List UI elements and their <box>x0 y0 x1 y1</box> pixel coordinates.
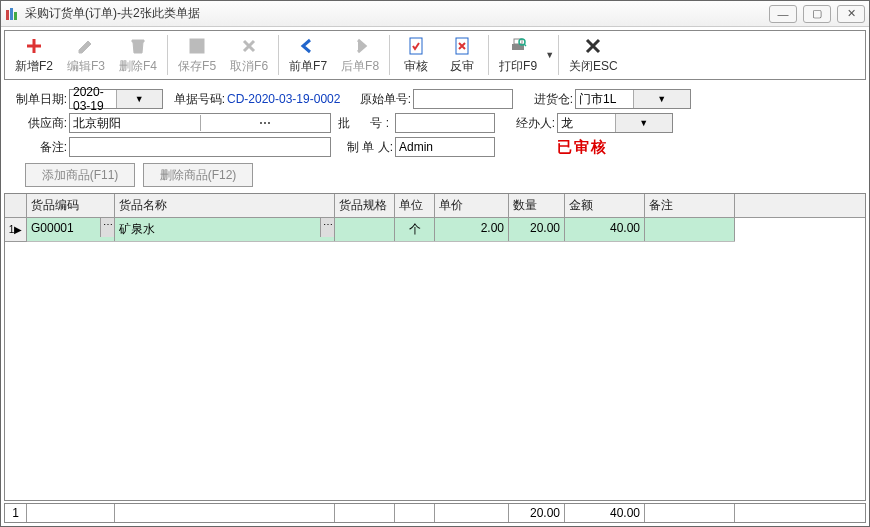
wh-field[interactable]: 门市1L▼ <box>575 89 691 109</box>
footer-idx: 1 <box>5 504 27 522</box>
orig-label: 原始单号: <box>351 91 411 108</box>
maker-label: 制 单 人: <box>333 139 393 156</box>
arrow-left-icon <box>298 36 318 56</box>
save-icon <box>187 36 207 56</box>
delete-product-button[interactable]: 删除商品(F12) <box>143 163 253 187</box>
col-spec[interactable]: 货品规格 <box>335 194 395 217</box>
print-button[interactable]: 打印F9 <box>493 33 543 77</box>
svg-rect-4 <box>193 40 201 45</box>
orig-input[interactable] <box>413 89 513 109</box>
cell-name[interactable]: 矿泉水⋯ <box>115 218 335 241</box>
save-button[interactable]: 保存F5 <box>172 33 222 77</box>
edit-button[interactable]: 编辑F3 <box>61 33 111 77</box>
minimize-button[interactable]: — <box>769 5 797 23</box>
footer-qty: 20.00 <box>509 504 565 522</box>
grid: 货品编码 货品名称 货品规格 单位 单价 数量 金额 备注 1▶ G00001⋯… <box>4 193 866 501</box>
col-unit[interactable]: 单位 <box>395 194 435 217</box>
col-code[interactable]: 货品编码 <box>27 194 115 217</box>
toolbar: 新增F2 编辑F3 删除F4 保存F5 取消F6 前单F7 后单F8 <box>4 30 866 80</box>
add-product-button[interactable]: 添加商品(F11) <box>25 163 135 187</box>
new-button[interactable]: 新增F2 <box>9 33 59 77</box>
audit-button[interactable]: 审核 <box>394 33 438 77</box>
cancel-button[interactable]: 取消F6 <box>224 33 274 77</box>
close-button[interactable]: 关闭ESC <box>563 33 624 77</box>
handler-field[interactable]: 龙▼ <box>557 113 673 133</box>
col-price[interactable]: 单价 <box>435 194 509 217</box>
grid-footer: 1 20.00 40.00 <box>4 503 866 523</box>
col-qty[interactable]: 数量 <box>509 194 565 217</box>
date-field[interactable]: 2020-03-19▼ <box>69 89 163 109</box>
col-amt[interactable]: 金额 <box>565 194 645 217</box>
delete-button[interactable]: 删除F4 <box>113 33 163 77</box>
cell-spec[interactable] <box>335 218 395 241</box>
svg-rect-2 <box>14 12 17 20</box>
titlebar: 采购订货单(订单)-共2张此类单据 — ▢ ✕ <box>1 1 869 27</box>
maker-input <box>395 137 495 157</box>
remark-input[interactable] <box>69 137 331 157</box>
cell-unit[interactable]: 个 <box>395 218 435 241</box>
close-icon <box>583 36 603 56</box>
pencil-icon <box>76 36 96 56</box>
cell-price[interactable]: 2.00 <box>435 218 509 241</box>
batch-input[interactable] <box>395 113 495 133</box>
cell-remark[interactable] <box>645 218 735 241</box>
supplier-field[interactable]: 北京朝阳⋯ <box>69 113 331 133</box>
cancel-icon <box>239 36 259 56</box>
date-label: 制单日期: <box>11 91 67 108</box>
close-window-button[interactable]: ✕ <box>837 5 865 23</box>
remark-label: 备注: <box>11 139 67 156</box>
batch-label: 批 号: <box>333 115 393 132</box>
supplier-label: 供应商: <box>11 115 67 132</box>
handler-label: 经办人: <box>505 115 555 132</box>
window-title: 采购订货单(订单)-共2张此类单据 <box>25 5 769 22</box>
billno-value: CD-2020-03-19-0002 <box>227 92 349 106</box>
app-icon <box>5 6 21 22</box>
print-dropdown-arrow[interactable]: ▼ <box>545 50 554 60</box>
form-area: 制单日期: 2020-03-19▼ 单据号码: CD-2020-03-19-00… <box>1 83 869 193</box>
svg-rect-0 <box>6 10 9 20</box>
prev-button[interactable]: 前单F7 <box>283 33 333 77</box>
uncheck-doc-icon <box>452 36 472 56</box>
cell-amt[interactable]: 40.00 <box>565 218 645 241</box>
cell-qty[interactable]: 20.00 <box>509 218 565 241</box>
plus-icon <box>24 36 44 56</box>
col-remark[interactable]: 备注 <box>645 194 735 217</box>
status-stamp: 已审核 <box>557 138 608 157</box>
cell-code[interactable]: G00001⋯ <box>27 218 115 241</box>
billno-label: 单据号码: <box>165 91 225 108</box>
footer-amt: 40.00 <box>565 504 645 522</box>
row-indicator: 1▶ <box>5 218 27 242</box>
table-row[interactable]: 1▶ G00001⋯ 矿泉水⋯ 个 2.00 20.00 40.00 <box>5 218 865 242</box>
arrow-right-icon <box>350 36 370 56</box>
trash-icon <box>128 36 148 56</box>
print-icon <box>508 36 528 56</box>
next-button[interactable]: 后单F8 <box>335 33 385 77</box>
unaudit-button[interactable]: 反审 <box>440 33 484 77</box>
maximize-button[interactable]: ▢ <box>803 5 831 23</box>
app-window: 采购订货单(订单)-共2张此类单据 — ▢ ✕ 新增F2 编辑F3 删除F4 保… <box>0 0 870 527</box>
grid-header: 货品编码 货品名称 货品规格 单位 单价 数量 金额 备注 <box>5 194 865 218</box>
check-doc-icon <box>406 36 426 56</box>
wh-label: 进货仓: <box>523 91 573 108</box>
svg-rect-1 <box>10 8 13 20</box>
col-name[interactable]: 货品名称 <box>115 194 335 217</box>
